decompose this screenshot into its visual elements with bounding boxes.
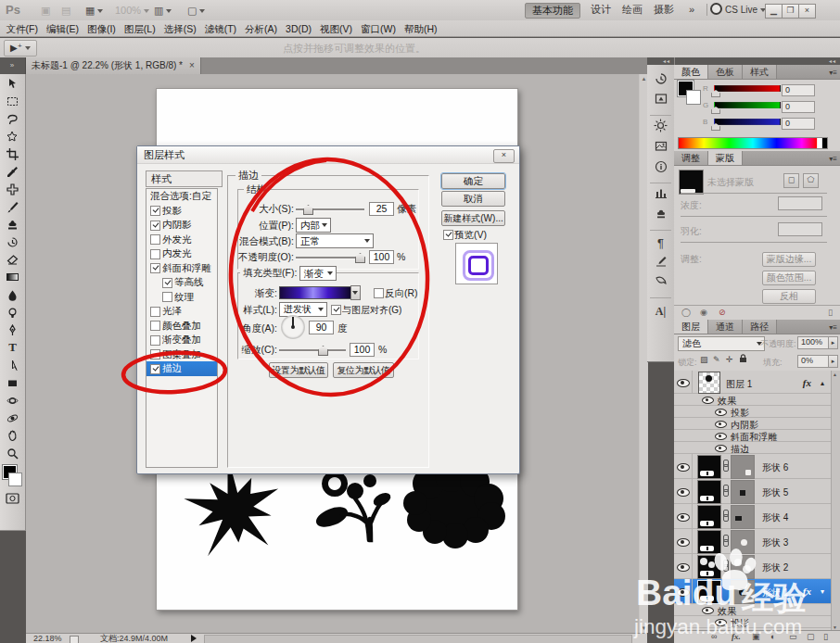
tab-swatches[interactable]: 色板 — [708, 65, 743, 79]
type-tool[interactable]: T — [0, 338, 25, 356]
eyedropper-tool[interactable] — [0, 162, 25, 180]
eraser-tool[interactable] — [0, 250, 25, 268]
visibility-eye-icon[interactable] — [715, 619, 727, 626]
fill-spinner[interactable]: ▸ — [828, 355, 838, 368]
ok-button[interactable]: 确定 — [441, 173, 505, 189]
layers-scrollbar[interactable]: ▲▼ — [831, 371, 840, 631]
gradient-picker-arrow[interactable] — [350, 285, 361, 300]
tab-styles[interactable]: 样式 — [743, 65, 777, 79]
brush-tool[interactable] — [0, 197, 25, 215]
lasso-tool[interactable] — [0, 109, 25, 127]
blue-value[interactable]: 0 — [782, 118, 815, 130]
info-panel-icon[interactable] — [647, 159, 674, 180]
crop-tool[interactable] — [0, 145, 25, 162]
layer-thumbnail[interactable] — [698, 372, 720, 394]
checkbox[interactable] — [150, 206, 160, 216]
dock-collapse-header[interactable]: ◂◂ — [647, 57, 674, 65]
checkbox[interactable] — [150, 221, 160, 231]
paragraph-panel-icon[interactable]: ¶ — [647, 233, 674, 254]
checkbox[interactable] — [150, 321, 160, 331]
workspace-photography-button[interactable]: 摄影 — [647, 3, 681, 17]
close-button[interactable]: × — [798, 4, 816, 19]
checkbox[interactable] — [150, 263, 160, 273]
collapse-effects-icon[interactable]: ▴ — [821, 379, 824, 387]
layer-thumbnail[interactable] — [697, 555, 721, 579]
opacity-spinner[interactable]: ▸ — [828, 336, 838, 349]
3d-rotate-tool[interactable] — [0, 391, 25, 409]
style-item-innershadow[interactable]: 内阴影 — [146, 218, 217, 233]
selected-layer-row[interactable]: 形状 1 fx ▾ — [674, 579, 832, 604]
effects-header-row[interactable]: 效果 — [674, 604, 832, 616]
zoom-level[interactable]: 22.18% — [33, 634, 62, 643]
layer-name[interactable]: 图层 1 — [726, 378, 752, 391]
add-layer-mask-icon[interactable]: ▣ — [752, 632, 760, 641]
align-checkbox[interactable] — [331, 305, 341, 315]
color-range-button[interactable]: 颜色范围... — [762, 271, 816, 285]
angle-input[interactable]: 90 — [309, 321, 334, 334]
style-item-coloroverlay[interactable]: 颜色叠加 — [146, 319, 217, 334]
path-selection-tool[interactable] — [0, 356, 25, 373]
menu-analysis[interactable]: 分析(A) — [241, 20, 282, 37]
layer-thumbnail[interactable] — [697, 530, 721, 554]
marquee-tool[interactable] — [0, 92, 25, 109]
layer-name[interactable]: 形状 4 — [762, 511, 788, 524]
toolbox-collapse-header[interactable]: » — [0, 57, 26, 74]
clone-stamp-tool[interactable] — [0, 215, 25, 233]
effects-header-row[interactable]: 效果 — [674, 394, 832, 406]
style-item-outerglow[interactable]: 外发光 — [146, 233, 217, 247]
tab-color[interactable]: 颜色 — [674, 65, 708, 79]
blend-mode-dropdown[interactable]: 滤色 — [678, 336, 765, 351]
visibility-eye-icon[interactable] — [677, 488, 690, 497]
menu-layer[interactable]: 图层(L) — [120, 20, 159, 37]
blur-tool[interactable] — [0, 285, 25, 303]
layer-thumbnail[interactable] — [697, 455, 721, 479]
tool-preset-picker[interactable]: ▶⁺ — [4, 40, 37, 57]
workspace-essentials-button[interactable]: 基本功能 — [525, 3, 580, 19]
style-item-dropshadow[interactable]: 投影 — [146, 204, 217, 219]
panel-collapse-header[interactable]: ◂◂ — [675, 57, 840, 65]
animation-panel-icon[interactable] — [647, 274, 674, 295]
expand-effects-icon[interactable]: ▾ — [821, 587, 824, 596]
style-item-innerglow[interactable]: 内发光 — [146, 246, 217, 261]
arrange-documents-icon[interactable]: ▥ — [154, 4, 172, 17]
effect-row[interactable]: 描边 — [674, 442, 832, 454]
panel-menu-icon[interactable]: ▾≡ — [829, 69, 837, 77]
blue-slider[interactable] — [714, 119, 781, 125]
dodge-tool[interactable] — [0, 303, 25, 321]
new-group-icon[interactable]: ▭ — [789, 632, 797, 641]
new-style-button[interactable]: 新建样式(W)... — [441, 210, 505, 226]
tab-masks[interactable]: 蒙版 — [708, 151, 743, 165]
menu-3d[interactable]: 3D(D) — [282, 20, 316, 37]
visibility-eye-icon[interactable] — [702, 397, 714, 404]
visibility-eye-icon[interactable] — [715, 445, 727, 452]
opacity-slider[interactable] — [296, 257, 364, 259]
layer-name[interactable]: 形状 6 — [762, 461, 788, 474]
checkbox[interactable] — [150, 249, 160, 259]
panel-menu-icon[interactable]: ▾≡ — [829, 323, 837, 332]
workspace-painting-button[interactable]: 绘画 — [616, 3, 649, 17]
layer-name[interactable]: 形状 3 — [762, 536, 788, 549]
vector-mask-thumbnail[interactable] — [731, 580, 755, 604]
vector-mask-thumbnail[interactable] — [731, 505, 755, 529]
visibility-eye-icon[interactable] — [715, 421, 727, 428]
disable-mask-icon[interactable]: ◉ — [700, 308, 707, 317]
add-layer-style-icon[interactable]: fx. — [732, 632, 741, 641]
visibility-eye-icon[interactable] — [677, 588, 690, 597]
panel-menu-icon[interactable]: ▾≡ — [829, 155, 837, 163]
reset-default-button[interactable]: 复位为默认值 — [333, 362, 394, 378]
color-spectrum-ramp[interactable] — [678, 137, 828, 149]
tab-adjustments[interactable]: 调整 — [674, 151, 708, 165]
style-item-gradientoverlay[interactable]: 渐变叠加 — [146, 333, 217, 347]
set-default-button[interactable]: 设置为默认值 — [269, 362, 328, 378]
add-vector-mask-icon[interactable]: ⬠ — [803, 173, 819, 188]
visibility-eye-icon[interactable] — [715, 409, 727, 416]
3d-camera-tool[interactable] — [0, 409, 25, 426]
style-item-satin[interactable]: 光泽 — [146, 304, 217, 319]
screen-mode-icon[interactable]: ▢ — [187, 4, 205, 17]
red-slider[interactable] — [714, 85, 781, 92]
scale-input[interactable]: 100 — [350, 343, 375, 357]
layer-row[interactable]: 图层 1 fx ▴ — [674, 371, 832, 394]
layer-thumbnail[interactable] — [697, 580, 721, 604]
visibility-eye-icon[interactable] — [677, 563, 690, 572]
layer-name[interactable]: 形状 2 — [762, 561, 788, 574]
